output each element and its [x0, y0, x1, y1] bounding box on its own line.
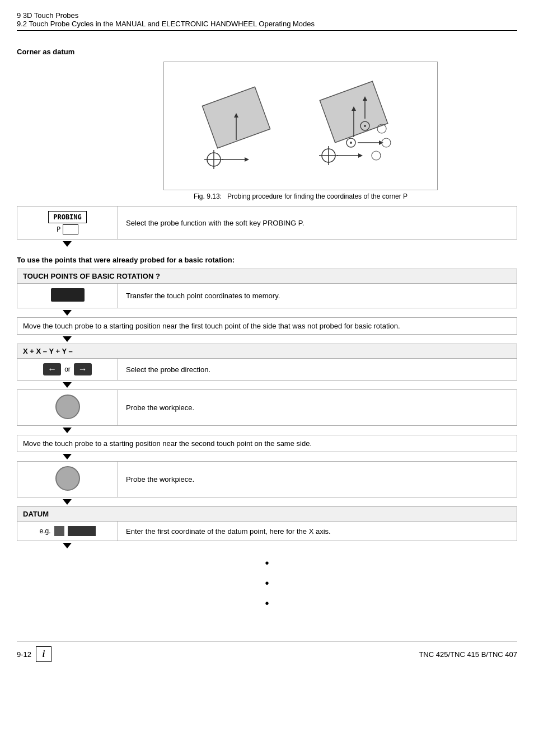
arrow-left-button[interactable]: ←: [43, 363, 61, 375]
probe-wp2-key-cell: [17, 462, 118, 497]
black-button[interactable]: [51, 288, 85, 302]
svg-marker-13: [358, 153, 363, 158]
svg-point-26: [372, 151, 381, 160]
page-number: 9-12: [17, 650, 31, 659]
fig-caption-text: Probing procedure for finding the coordi…: [227, 192, 407, 200]
datum-large-square: [68, 526, 96, 536]
probe-wp2-desc: Probe the workpiece.: [118, 462, 517, 497]
touch-points-header: TOUCH POINTS OF BASIC ROTATION ?: [17, 269, 517, 284]
datum-key-cell: e.g.: [17, 522, 118, 541]
arrow-down-icon-3: [63, 336, 72, 342]
probing-step-desc: Select the probe function with the soft …: [118, 206, 517, 240]
arrow-down-icon-8: [63, 543, 72, 548]
arrow-down-icon-2: [63, 310, 72, 316]
probe-wp2-row: Probe the workpiece.: [17, 462, 517, 497]
probe-wp1-table: Probe the workpiece.: [17, 389, 517, 426]
touch-points-desc: Transfer the touch point coordinates to …: [118, 284, 517, 308]
svg-point-17: [350, 142, 352, 144]
page-header: 9 3D Touch Probes 9.2 Touch Probe Cycles…: [17, 11, 517, 31]
product-name: TNC 425/TNC 415 B/TNC 407: [419, 650, 517, 659]
info-icon: i: [43, 649, 45, 659]
probe-wp2-table: Probe the workpiece.: [17, 461, 517, 497]
probing-key-cell: PROBING P: [17, 206, 118, 240]
probing-diagram-svg: [169, 67, 432, 185]
xy-header-row: X + X – Y + Y –: [17, 344, 517, 359]
dots-continuation: • • •: [17, 553, 517, 613]
info-row-1-table: Move the touch probe to a starting posit…: [17, 317, 517, 335]
section-title: 9.2 Touch Probe Cycles in the MANUAL and…: [17, 20, 517, 28]
softkey-p-label: P: [57, 226, 60, 233]
arrow-after-touch-points: [17, 309, 517, 317]
datum-small-square: [54, 526, 64, 536]
touch-points-table: TOUCH POINTS OF BASIC ROTATION ? Transfe…: [17, 269, 517, 308]
svg-marker-5: [245, 157, 249, 162]
probing-step-row: PROBING P Select the probe function with…: [17, 206, 517, 240]
probing-key-block: PROBING P: [21, 211, 114, 234]
probing-step-table: PROBING P Select the probe function with…: [17, 206, 517, 240]
arrow-down-icon: [63, 241, 72, 247]
info-row-1: Move the touch probe to a starting posit…: [17, 318, 517, 335]
probe-direction-desc: Select the probe direction.: [118, 359, 517, 381]
probe-direction-key-cell: ← or →: [17, 359, 118, 381]
touch-points-btn-row: Transfer the touch point coordinates to …: [17, 284, 517, 308]
arrow-after-info1: [17, 335, 517, 343]
dot-2: •: [17, 573, 517, 593]
softkey-probing-label: PROBING: [48, 211, 87, 223]
arrow-after-wp2: [17, 498, 517, 506]
arrow-right-button[interactable]: →: [74, 363, 92, 375]
probe-wp1-row: Probe the workpiece.: [17, 390, 517, 426]
arrow-after-wp1: [17, 426, 517, 434]
info-row-2-table: Move the touch probe to a starting posit…: [17, 435, 517, 452]
arrow-after-datum: [17, 542, 517, 550]
move-info-2: Move the touch probe to a starting posit…: [17, 435, 517, 452]
info-icon-box: i: [36, 646, 51, 662]
chapter-title: 9 3D Touch Probes: [17, 11, 517, 20]
arrow-down-icon-5: [63, 428, 72, 433]
datum-header-row: DATUM: [17, 507, 517, 522]
arrow-down-icon-6: [63, 454, 72, 459]
svg-marker-23: [379, 140, 383, 145]
probe-wp1-key-cell: [17, 390, 118, 426]
svg-point-19: [364, 125, 366, 127]
arrow-after-xy: [17, 381, 517, 389]
arrow-down-icon-4: [63, 382, 72, 388]
probe-circle-button-2[interactable]: [55, 466, 80, 491]
dot-1: •: [17, 553, 517, 573]
datum-table: DATUM e.g. Enter the first coordinate of…: [17, 506, 517, 541]
figure-box: [163, 62, 438, 190]
corner-datum-title: Corner as datum: [17, 48, 517, 56]
arrow-after-info2: [17, 453, 517, 461]
probe-circle-button-1[interactable]: [55, 395, 80, 419]
figure-area: Fig. 9.13: Probing procedure for finding…: [84, 62, 517, 200]
datum-desc: Enter the first coordinate of the datum …: [118, 522, 517, 541]
touch-points-header-row: TOUCH POINTS OF BASIC ROTATION ?: [17, 269, 517, 284]
datum-eg-label: e.g.: [39, 527, 50, 535]
dot-3: •: [17, 593, 517, 613]
figure-caption: Fig. 9.13: Probing procedure for finding…: [163, 192, 438, 200]
xy-header: X + X – Y + Y –: [17, 344, 517, 359]
fig-caption-prefix: Fig. 9.13:: [194, 192, 222, 200]
datum-row: e.g. Enter the first coordinate of the d…: [17, 522, 517, 541]
softkey-p-box: [63, 224, 78, 234]
probe-wp1-desc: Probe the workpiece.: [118, 390, 517, 426]
xy-table: X + X – Y + Y – ← or → Select the probe …: [17, 344, 517, 381]
arrow-down-icon-7: [63, 499, 72, 505]
main-content: Corner as datum: [17, 33, 517, 619]
move-info-1: Move the touch probe to a starting posit…: [17, 318, 517, 335]
basic-rotation-title: To use the points that were already prob…: [17, 256, 517, 264]
info-row-2: Move the touch probe to a starting posit…: [17, 435, 517, 452]
arrow-after-probing: [17, 240, 517, 248]
touch-points-key-cell: [17, 284, 118, 308]
probe-direction-row: ← or → Select the probe direction.: [17, 359, 517, 381]
datum-header: DATUM: [17, 507, 517, 522]
or-label: or: [64, 365, 71, 373]
